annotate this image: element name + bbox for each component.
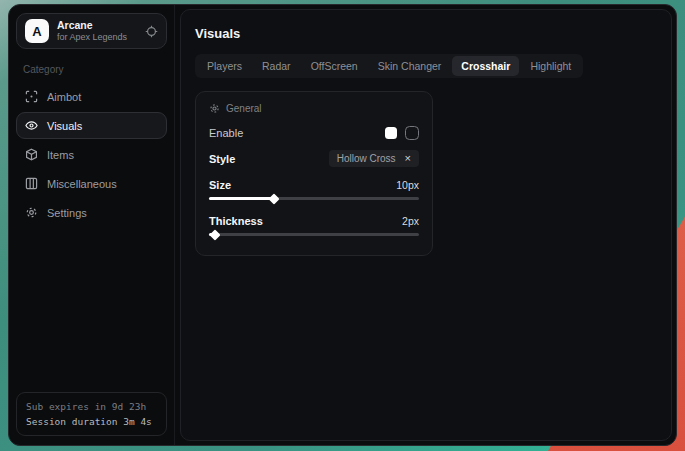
enable-row: Enable [209,125,419,140]
style-select[interactable]: Hollow Cross × [329,150,419,167]
size-slider[interactable] [209,194,419,203]
page-title: Visuals [195,26,657,41]
tab-skin-changer[interactable]: Skin Changer [369,56,451,76]
main-panel: Visuals Players Radar OffScreen Skin Cha… [180,9,672,441]
general-settings-card: General Enable Style Hollow Cross × Size… [195,91,433,256]
tab-crosshair[interactable]: Crosshair [452,56,519,76]
thickness-label: Thickness [209,215,263,227]
tab-players[interactable]: Players [198,56,251,76]
eye-icon [25,119,38,132]
size-label: Size [209,179,231,191]
style-label: Style [209,153,235,165]
tab-bar: Players Radar OffScreen Skin Changer Cro… [195,54,583,78]
category-label: Category [23,64,160,75]
style-row: Style Hollow Cross × [209,150,419,167]
tab-offscreen[interactable]: OffScreen [302,56,367,76]
sidebar-item-label: Miscellaneous [47,178,117,190]
color-swatch[interactable] [385,127,397,139]
cube-icon [25,148,38,161]
columns-icon [25,177,38,190]
crosshair-icon [25,90,38,103]
session-duration-text: Session duration 3m 4s [26,416,157,427]
thickness-slider[interactable] [209,230,419,239]
sidebar-item-settings[interactable]: Settings [16,199,167,226]
sub-expires-text: Sub expires in 9d 23h [26,401,157,412]
thickness-value: 2px [402,215,419,227]
enable-checkbox[interactable] [405,126,419,140]
slider-thumb[interactable] [210,229,221,240]
card-title: General [226,103,262,114]
sidebar-item-items[interactable]: Items [16,141,167,168]
app-window: A Arcane for Apex Legends Category Aimbo… [8,4,677,446]
sidebar-item-aimbot[interactable]: Aimbot [16,83,167,110]
app-title: Arcane [57,19,127,32]
gear-icon [209,103,220,114]
slider-thumb[interactable] [268,193,279,204]
sidebar-item-miscellaneous[interactable]: Miscellaneous [16,170,167,197]
subscription-card: Sub expires in 9d 23h Session duration 3… [16,392,167,436]
size-value: 10px [396,179,419,191]
style-value: Hollow Cross [337,153,396,164]
tab-radar[interactable]: Radar [253,56,300,76]
tab-highlight[interactable]: Highlight [521,56,580,76]
sidebar-item-label: Settings [47,207,87,219]
app-subtitle: for Apex Legends [57,32,127,43]
app-logo: A [25,19,49,43]
thickness-row: Thickness 2px [209,213,419,228]
close-icon[interactable]: × [405,153,411,164]
enable-label: Enable [209,127,243,139]
sidebar: A Arcane for Apex Legends Category Aimbo… [9,5,175,445]
gear-icon [25,206,38,219]
sidebar-item-label: Items [47,149,74,161]
brand-card: A Arcane for Apex Legends [16,13,167,49]
size-row: Size 10px [209,177,419,192]
sidebar-item-visuals[interactable]: Visuals [16,112,167,139]
sidebar-item-label: Aimbot [47,91,81,103]
sidebar-item-label: Visuals [47,120,82,132]
target-icon[interactable] [145,25,158,38]
